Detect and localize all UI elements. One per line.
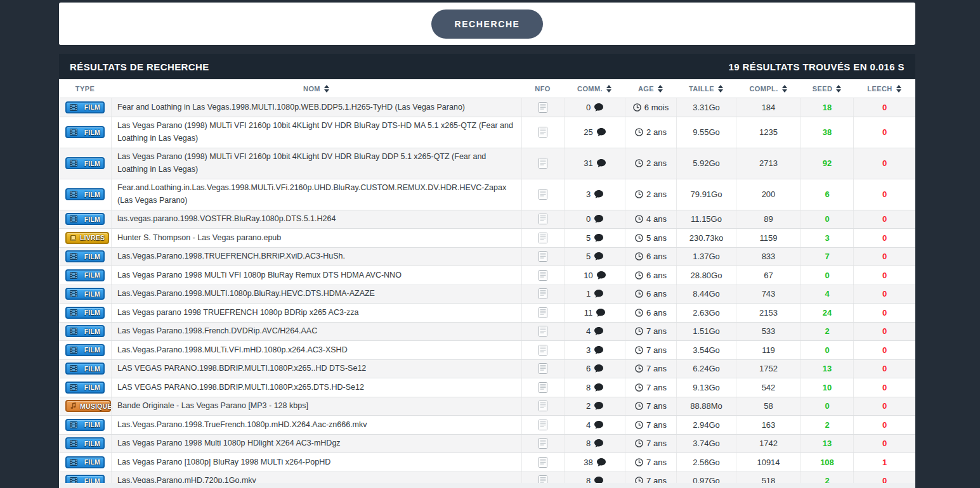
column-header[interactable]: TAILLE (676, 79, 736, 98)
nfo-document-icon[interactable] (539, 214, 547, 224)
torrent-name-link[interactable]: Fear.and.Loathing.in.Las.Vegas.1998.MULT… (117, 182, 516, 207)
cell-seed: 4 (800, 285, 853, 304)
category-badge[interactable]: FILM (65, 307, 105, 319)
cell-name: Hunter S. Thompson - Las Vegas parano.ep… (111, 229, 521, 247)
cell-size: 2.63Go (676, 304, 736, 322)
cell-age: 7 ans (625, 435, 676, 453)
torrent-name-link[interactable]: Las Vegas Parano 1998 Multi 1080p HDligh… (117, 437, 341, 450)
nfo-document-icon[interactable] (539, 102, 547, 113)
torrent-name-link[interactable]: Las Vegas parano 1998 TRUEFRENCH 1080p B… (117, 307, 359, 319)
film-strip-icon (70, 459, 77, 466)
category-badge[interactable]: FILM (65, 213, 105, 225)
category-badge[interactable]: FILM (65, 269, 105, 281)
column-header[interactable]: AGE (625, 79, 676, 98)
film-strip-icon (70, 272, 77, 279)
nfo-document-icon[interactable] (539, 345, 547, 356)
torrent-name-link[interactable]: Fear and Loathing in Las Vegas.1998.MULT… (117, 101, 465, 114)
torrent-name-link[interactable]: Las Vegas Parano (1998) MULTi VFI 2160p … (117, 151, 516, 176)
nfo-document-icon[interactable] (539, 326, 547, 337)
column-header[interactable]: SEED (800, 79, 853, 98)
category-badge[interactable]: FILM (65, 382, 105, 394)
torrent-name-link[interactable]: Las.Vegas.Parano.1998.TRUEFRENCH.BRRiP.X… (117, 250, 345, 263)
torrent-name-link[interactable]: Las Vegas Parano [1080p] BluRay 1998 MUL… (117, 456, 330, 469)
category-badge[interactable]: FILM (65, 363, 105, 375)
category-badge[interactable]: FILM (65, 419, 105, 431)
torrent-name-link[interactable]: las.vegas.parano.1998.VOSTFR.BluRay.1080… (117, 213, 336, 226)
cell-size: 3.74Go (676, 435, 736, 453)
speech-bubble-icon (597, 458, 606, 466)
cell-nfo (521, 341, 564, 359)
nfo-document-icon[interactable] (539, 127, 547, 138)
cell-type: FILM (59, 304, 111, 322)
category-badge[interactable]: MUSIQUE (65, 400, 111, 412)
category-badge[interactable]: FILM (65, 288, 105, 300)
nfo-document-icon[interactable] (539, 438, 547, 449)
nfo-document-icon[interactable] (539, 233, 547, 243)
nfo-document-icon[interactable] (539, 158, 547, 169)
torrent-name-link[interactable]: Las.Vegas.Parano.1998.TrueFrench.1080p.m… (117, 419, 367, 432)
search-button[interactable]: RECHERCHE (431, 10, 542, 39)
nfo-document-icon[interactable] (539, 382, 547, 393)
nfo-document-icon[interactable] (539, 420, 547, 430)
cell-nfo (521, 397, 564, 416)
cell-name: Las Vegas parano 1998 TRUEFRENCH 1080p B… (111, 304, 521, 322)
cell-comments: 8 (564, 435, 625, 453)
category-badge[interactable]: FILM (65, 325, 105, 337)
comments-group: 3 (586, 189, 603, 199)
column-header-label: NOM (303, 85, 320, 93)
category-badge[interactable]: FILM (65, 437, 105, 449)
category-badge[interactable]: LIVRES (65, 232, 109, 244)
category-icon (70, 191, 77, 198)
cell-nfo (521, 453, 564, 472)
column-header[interactable]: COMM. (564, 79, 625, 98)
cell-completed: 533 (736, 323, 800, 341)
category-badge[interactable]: FILM (65, 101, 105, 113)
category-label: FILM (84, 253, 100, 260)
cell-seed: 0 (800, 210, 853, 229)
cell-completed: 67 (736, 266, 800, 285)
cell-type: FILM (59, 210, 111, 229)
nfo-document-icon[interactable] (539, 189, 547, 200)
comments-group: 11 (584, 308, 606, 318)
torrent-name-link[interactable]: LAS VEGAS PARANO.1998.BDRIP.MULTI.1080P.… (117, 382, 364, 394)
column-header[interactable]: COMPL. (736, 79, 800, 98)
torrent-name-link[interactable]: Las Vegas Parano 1998 MULTi VFI 1080p Bl… (117, 269, 402, 282)
clock-icon (635, 234, 643, 242)
cell-size: 88.88Mo (676, 397, 736, 416)
category-badge[interactable]: FILM (65, 344, 105, 356)
comments-group: 4 (586, 420, 603, 430)
nfo-document-icon[interactable] (539, 288, 547, 299)
category-badge[interactable]: FILM (65, 188, 105, 200)
torrent-name-link[interactable]: Las Vegas Parano (1998) MULTi VFI 2160p … (117, 120, 516, 144)
clock-icon (635, 458, 643, 466)
cell-age: 6 ans (625, 266, 676, 285)
table-row: FILM Las.Vegas.Parano.1998.TRUEFRENCH.BR… (59, 248, 915, 267)
nfo-document-icon[interactable] (539, 401, 547, 411)
category-icon (70, 215, 77, 222)
comments-count: 11 (584, 308, 593, 318)
category-badge[interactable]: FILM (65, 126, 105, 138)
category-badge[interactable]: FILM (65, 456, 105, 468)
nfo-document-icon[interactable] (539, 363, 547, 374)
column-header[interactable]: LEECH (853, 79, 915, 98)
torrent-name-link[interactable]: Las Vegas Parano.1998.French.DVDRip.AVC/… (117, 325, 317, 338)
torrent-name-link[interactable]: LAS VEGAS PARANO.1998.BDRIP.MULTI.1080P.… (117, 363, 366, 375)
cell-leech: 0 (853, 179, 915, 210)
nfo-document-icon[interactable] (539, 307, 547, 318)
torrent-name-link[interactable]: Hunter S. Thompson - Las Vegas parano.ep… (117, 232, 281, 245)
column-header[interactable]: NOM (111, 79, 521, 98)
cell-name: Las Vegas Parano.1998.French.DVDRip.AVC/… (111, 323, 521, 341)
cell-leech: 0 (853, 378, 915, 397)
age-text: 7 ans (646, 439, 667, 448)
speech-bubble-icon (594, 290, 603, 298)
category-badge[interactable]: FILM (65, 157, 105, 169)
cell-age: 6 ans (625, 304, 676, 322)
nfo-document-icon[interactable] (539, 457, 547, 468)
category-label: LIVRES (80, 234, 105, 241)
nfo-document-icon[interactable] (539, 270, 547, 281)
nfo-document-icon[interactable] (539, 251, 547, 262)
torrent-name-link[interactable]: Bande Originale - Las Vegas Parano [MP3 … (117, 400, 308, 413)
torrent-name-link[interactable]: Las.Vegas.Parano.1998.MULTI.1080p.BluRay… (117, 288, 375, 300)
category-badge[interactable]: FILM (65, 250, 105, 262)
torrent-name-link[interactable]: Las.Vegas.Parano.1998.MULTi.VFI.mHD.1080… (117, 344, 348, 357)
